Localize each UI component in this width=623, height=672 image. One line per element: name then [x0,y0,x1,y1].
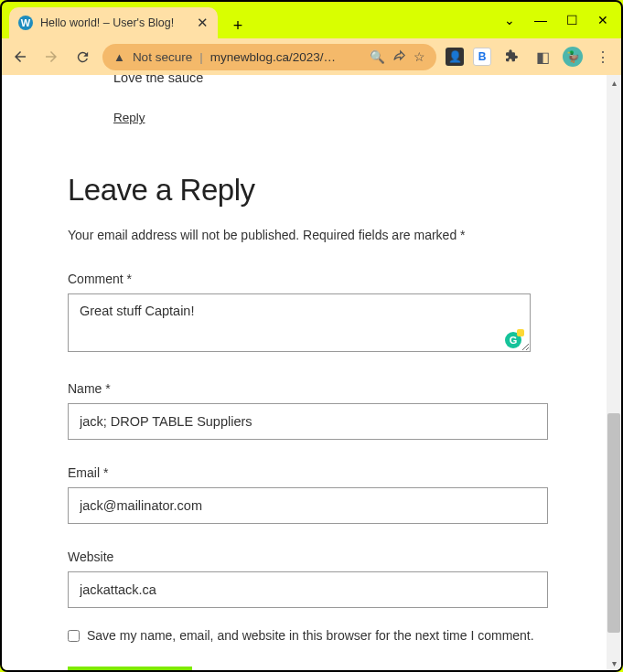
scroll-thumb[interactable] [607,413,620,633]
comment-textarea[interactable] [68,293,531,352]
share-icon[interactable] [392,48,406,65]
comment-label: Comment * [68,272,555,286]
browser-toolbar: ▲ Not secure | mynewblog.ca/2023/… 🔍 ☆ 👤… [2,38,621,75]
leave-reply-heading: Leave a Reply [68,173,555,208]
bookmark-icon[interactable]: ☆ [414,49,425,64]
close-tab-icon[interactable]: ✕ [197,15,209,31]
maximize-icon[interactable]: ☐ [559,7,585,33]
extension-icon-2[interactable]: B [473,48,491,66]
email-label: Email * [68,465,555,480]
close-window-icon[interactable]: ✕ [590,7,616,33]
tab-title: Hello world! – User's Blog! [40,16,189,29]
reply-link[interactable]: Reply [113,111,145,124]
email-input[interactable] [68,487,548,524]
address-bar[interactable]: ▲ Not secure | mynewblog.ca/2023/… 🔍 ☆ [102,44,436,70]
previous-comment-text: Love the sauce [113,75,555,85]
extensions-icon[interactable] [500,46,522,68]
browser-titlebar: W Hello world! – User's Blog! ✕ + ⌄ — ☐ … [2,2,621,38]
menu-icon[interactable]: ⋮ [592,46,614,68]
save-info-checkbox[interactable] [68,630,80,642]
browser-tab[interactable]: W Hello world! – User's Blog! ✕ [9,7,218,38]
grammarly-icon[interactable]: G [505,332,521,348]
save-info-label: Save my name, email, and website in this… [87,628,534,643]
sidepanel-icon[interactable]: ◧ [532,46,553,68]
scrollbar[interactable]: ▴ ▾ [607,75,621,670]
page-viewport: Love the sauce Reply Leave a Reply Your … [2,75,621,670]
not-secure-icon: ▲ [113,50,125,64]
tab-search-icon[interactable]: ⌄ [497,7,522,33]
minimize-icon[interactable]: — [528,7,553,33]
security-label: Not secure [133,50,192,64]
url-text: mynewblog.ca/2023/… [210,50,362,64]
window-controls: ⌄ — ☐ ✕ [497,7,616,33]
name-label: Name * [68,381,555,396]
back-button[interactable] [9,46,31,68]
form-notice: Your email address will not be published… [68,228,555,242]
website-input[interactable] [68,571,548,608]
extension-icon-1[interactable]: 👤 [446,48,464,66]
name-input[interactable] [68,403,548,440]
forward-button[interactable] [40,46,62,68]
profile-avatar[interactable]: 🦆 [563,47,583,67]
reload-button[interactable] [71,46,93,68]
page-content: Love the sauce Reply Leave a Reply Your … [2,75,621,670]
zoom-icon[interactable]: 🔍 [370,49,385,64]
website-label: Website [68,549,555,564]
new-tab-button[interactable]: + [225,13,251,38]
post-comment-button[interactable]: Post Comment [68,667,192,670]
wordpress-icon: W [18,16,33,30]
scroll-down-icon[interactable]: ▾ [607,656,621,670]
scroll-up-icon[interactable]: ▴ [607,75,621,90]
